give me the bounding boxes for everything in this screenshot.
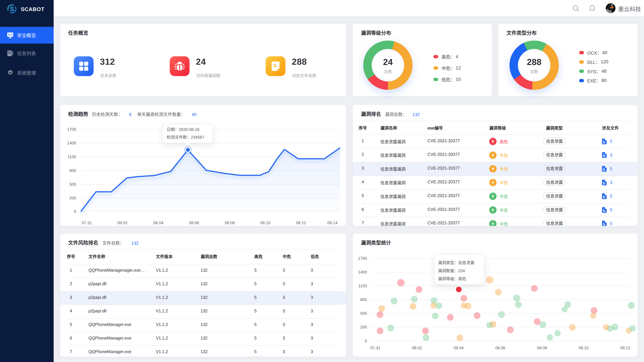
svg-text:0: 0 (74, 209, 76, 214)
svg-text:1700: 1700 (67, 127, 76, 132)
svg-text:08.04: 08.04 (454, 346, 464, 350)
svg-text:08.06: 08.06 (189, 221, 199, 225)
svg-text:200: 200 (360, 325, 367, 329)
svg-text:S: S (10, 5, 14, 12)
svg-text:1700: 1700 (358, 256, 367, 261)
svg-text:500: 500 (360, 311, 367, 316)
svg-text:07.31: 07.31 (370, 346, 380, 350)
svg-text:1100: 1100 (358, 284, 367, 288)
svg-text:08.12: 08.12 (620, 346, 630, 350)
svg-text:08.04: 08.04 (153, 221, 163, 225)
svg-text:07.31: 07.31 (82, 221, 92, 225)
svg-text:08.14: 08.14 (327, 221, 338, 225)
svg-text:08.06: 08.06 (495, 346, 505, 350)
svg-text:800: 800 (70, 168, 76, 173)
svg-text:08.08: 08.08 (225, 221, 235, 225)
svg-text:1400: 1400 (358, 270, 367, 274)
svg-text:1400: 1400 (67, 141, 76, 145)
svg-text:800: 800 (360, 297, 367, 302)
svg-text:0: 0 (365, 339, 367, 343)
svg-text:08.12: 08.12 (296, 221, 306, 225)
svg-text:08.02: 08.02 (118, 221, 128, 225)
svg-text:200: 200 (70, 196, 76, 200)
svg-text:08.02: 08.02 (412, 346, 422, 350)
svg-text:1100: 1100 (68, 155, 76, 159)
svg-text:08.10: 08.10 (578, 346, 589, 350)
svg-text:500: 500 (70, 182, 76, 187)
svg-text:08.08: 08.08 (537, 346, 547, 350)
svg-text:08.10: 08.10 (260, 221, 270, 225)
